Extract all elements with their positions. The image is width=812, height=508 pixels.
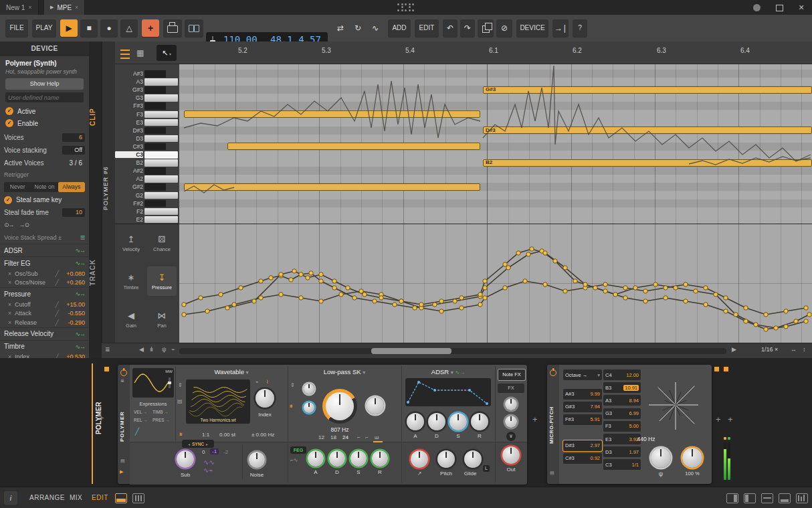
- pitch-knob[interactable]: [437, 450, 455, 468]
- transpose-icon[interactable]: ⇕: [178, 382, 183, 388]
- checkbox-checked-icon[interactable]: ✓: [5, 119, 13, 127]
- pitch-cell-c-3[interactable]: C#30.92: [563, 453, 602, 464]
- param-value[interactable]: Off: [62, 146, 85, 155]
- mod-amount-value[interactable]: -0.550: [61, 310, 85, 317]
- expression-velocity[interactable]: ↥Velocity: [116, 228, 146, 258]
- layers-icon[interactable]: ≣: [120, 378, 124, 384]
- note-grid[interactable]: G#3D#3B2: [179, 64, 812, 224]
- copy-button[interactable]: [478, 19, 494, 37]
- pitch-cell-f3[interactable]: F35.00: [603, 421, 641, 432]
- key-row-d3[interactable]: D3: [115, 135, 179, 143]
- key-row-f-2[interactable]: F#2: [115, 199, 179, 207]
- param-value[interactable]: 6: [62, 133, 85, 142]
- expression-timbre[interactable]: ∗Timbre: [116, 266, 146, 296]
- key-row-a-3[interactable]: A#3: [115, 70, 179, 78]
- filter-keytrack-knob[interactable]: [304, 402, 314, 413]
- device-marker[interactable]: [724, 367, 728, 371]
- sync-control[interactable]: ◂ SYNC ▸: [182, 440, 214, 448]
- add-device-icon[interactable]: +: [99, 413, 104, 423]
- stop-button[interactable]: ■: [80, 19, 98, 37]
- pitch-cell-g3[interactable]: G36.99: [603, 408, 641, 419]
- play-menu-button[interactable]: PLAY: [32, 19, 56, 37]
- remove-mod-icon[interactable]: ×: [8, 310, 15, 317]
- slope-24[interactable]: 24: [342, 434, 348, 440]
- piano-key[interactable]: [144, 86, 166, 94]
- pitch-offset-value[interactable]: 8.94: [629, 398, 639, 404]
- clip-name-label[interactable]: POLYMER #6: [102, 159, 115, 217]
- editor-menu-icon[interactable]: [120, 50, 130, 59]
- osc-waveform-display[interactable]: MW: [132, 368, 174, 398]
- pitch-cell-d-3[interactable]: D#32.97: [563, 440, 602, 451]
- loop-icon[interactable]: ↻: [350, 19, 365, 37]
- sub-knob[interactable]: [177, 450, 194, 468]
- remote-controls-icon[interactable]: ▤: [550, 471, 554, 476]
- filter-decay-knob[interactable]: [329, 450, 345, 467]
- remove-mod-icon[interactable]: ×: [8, 279, 15, 286]
- mpe-icon[interactable]: ψ: [162, 346, 166, 353]
- key-row-b2[interactable]: B2: [115, 159, 179, 167]
- ramp2-icon[interactable]: ⌐: [365, 434, 369, 440]
- osc-mode-dropdown[interactable]: Wavetable ▾: [178, 368, 285, 375]
- show-help-button[interactable]: Show Help: [5, 78, 84, 90]
- comb-icon[interactable]: ш: [375, 434, 379, 440]
- voice-out-icon[interactable]: ⊙→: [4, 222, 14, 228]
- envelope-display[interactable]: [405, 378, 491, 406]
- amp-attack-knob[interactable]: [407, 413, 424, 430]
- chevron-right-icon[interactable]: ▸: [206, 442, 208, 446]
- edit-menu-button[interactable]: EDIT: [415, 19, 439, 37]
- pitch-offset-value[interactable]: 2.97: [590, 442, 600, 448]
- osc-ratio-value[interactable]: 1:1: [202, 432, 209, 438]
- help-button[interactable]: ?: [573, 19, 587, 37]
- device-name-label[interactable]: POLYMER: [119, 400, 128, 453]
- expression-chance[interactable]: ⚄Chance: [147, 228, 177, 258]
- route-down-icon[interactable]: ∨: [506, 432, 516, 441]
- polymer-device[interactable]: ≣ POLYMER ▤ ▶ MW Expressions VEL → TIMB …: [118, 365, 527, 484]
- glide-legato-badge[interactable]: L: [483, 465, 490, 472]
- minimize-icon[interactable]: [753, 4, 760, 11]
- expression-tag-timb[interactable]: TIMB →: [153, 410, 169, 414]
- cancel-button[interactable]: ⊘: [496, 19, 512, 37]
- pitch-cell-a-3[interactable]: A#39.99: [563, 389, 602, 400]
- add-device-icon[interactable]: +: [532, 414, 538, 424]
- mod-amount-value[interactable]: -0.290: [61, 319, 85, 326]
- expanded-view-icon[interactable]: ▶: [120, 469, 123, 475]
- file-menu-button[interactable]: FILE: [5, 19, 28, 37]
- wavetable-display[interactable]: Two Harmonics.wt: [186, 379, 250, 424]
- piano-key[interactable]: [144, 111, 178, 118]
- wavetable-index-knob[interactable]: [256, 389, 274, 408]
- enable-checkbox-row[interactable]: ✓ Enable: [5, 118, 38, 128]
- ramp-icon[interactable]: ⌐: [357, 434, 361, 440]
- tab-track[interactable]: TRACK: [89, 256, 102, 289]
- piano-key[interactable]: [144, 192, 178, 199]
- note-fx-tab[interactable]: Note FX: [498, 369, 526, 381]
- retrigger-note-on[interactable]: Note on: [31, 182, 58, 192]
- key-row-g3[interactable]: G3: [115, 94, 179, 102]
- expression-pressure[interactable]: ↧Pressure: [147, 266, 177, 296]
- filter-resonance-knob[interactable]: [367, 397, 384, 414]
- close-tab-icon[interactable]: ×: [28, 4, 31, 11]
- arranger-follow-icon[interactable]: ⇄: [333, 19, 348, 37]
- info-button[interactable]: i: [4, 491, 17, 505]
- glide-knob[interactable]: [464, 450, 482, 468]
- project-tab-mpe[interactable]: ▶ MPE ×: [44, 0, 85, 15]
- voice-in-icon[interactable]: →⊙: [19, 222, 29, 228]
- key-row-g-2[interactable]: G#2: [115, 183, 179, 191]
- bottom-panel-toggle-icon[interactable]: [115, 493, 127, 503]
- amp-sustain-knob[interactable]: [449, 413, 467, 430]
- device-power-icon[interactable]: [550, 369, 556, 376]
- pitch-cell-d3[interactable]: D31.97: [603, 446, 641, 457]
- pitch-cell-c3[interactable]: C31/1: [603, 459, 641, 470]
- key-row-a-2[interactable]: A#2: [115, 167, 179, 175]
- expression-gain[interactable]: ◀Gain: [116, 305, 146, 334]
- key-row-f2[interactable]: F2: [115, 207, 179, 216]
- filter-env-route-icon[interactable]: ⇕: [290, 382, 295, 388]
- piano-key[interactable]: [144, 127, 166, 135]
- env-shape-knob[interactable]: [411, 450, 428, 468]
- scroll-left-icon[interactable]: ◀: [139, 346, 144, 353]
- io-panel-icon[interactable]: [779, 493, 791, 503]
- velocity-lane-icon[interactable]: ılı: [150, 346, 153, 353]
- pointer-tool-button[interactable]: ↖ ▾: [157, 45, 177, 61]
- key-row-a3[interactable]: A3: [115, 78, 179, 86]
- meter-panel-icon[interactable]: [796, 493, 808, 503]
- filter-drive-knob[interactable]: [304, 384, 314, 394]
